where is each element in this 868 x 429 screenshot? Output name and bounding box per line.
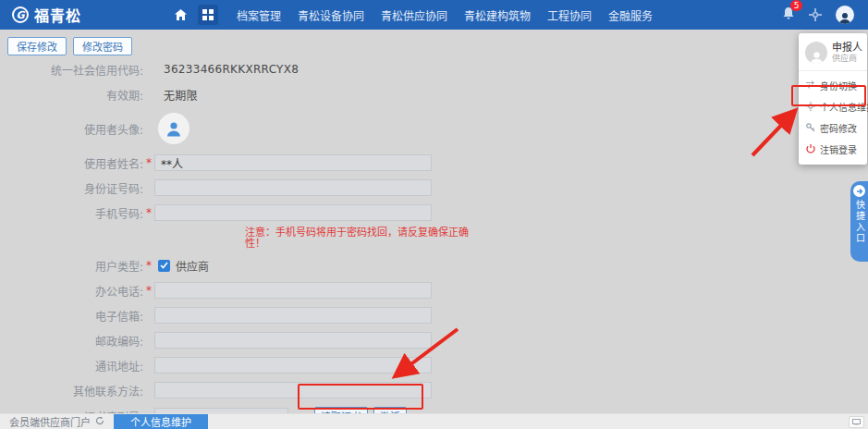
swap-icon xyxy=(806,80,815,91)
dropdown-user-name: 申报人 xyxy=(832,42,862,54)
personal-info-form: 统一社会信用代码: 36233466RKKXRRCYX8 有效期: 无期限 使用… xyxy=(0,57,481,429)
supplier-checkbox[interactable] xyxy=(158,260,170,272)
quick-entry-label: 快捷入口 xyxy=(853,200,866,244)
menu-item-personal-info[interactable]: 个人信息维护 xyxy=(799,96,867,117)
menu-item-label: 身份切换 xyxy=(820,79,857,92)
form-row-postcode: 邮政编码: xyxy=(0,332,481,349)
address-input[interactable] xyxy=(154,357,432,374)
dropdown-user-header: 申报人 供应商 xyxy=(799,40,867,70)
home-icon[interactable] xyxy=(170,5,190,25)
field-label: 身份证号码: xyxy=(0,180,143,196)
required-mark: * xyxy=(143,156,154,169)
required-mark: * xyxy=(143,206,154,219)
field-label: 通讯地址: xyxy=(0,358,143,374)
menu-item-change-password[interactable]: 密码修改 xyxy=(799,117,867,139)
menu-item-logout[interactable]: 注销登录 xyxy=(799,139,867,160)
field-label: 使用者姓名: xyxy=(0,155,143,171)
quick-entry-tab[interactable]: 快捷入口 xyxy=(850,181,868,262)
other-contact-input[interactable] xyxy=(154,382,432,398)
notification-badge: 5 xyxy=(790,0,802,11)
required-mark: * xyxy=(143,284,154,297)
nav-item-equipment[interactable]: 青松设备协同 xyxy=(298,7,364,23)
user-dropdown-menu: 申报人 供应商 身份切换 个人信息维护 密码修改 注销登录 xyxy=(799,33,867,165)
id-number-input[interactable] xyxy=(154,179,432,196)
power-icon xyxy=(806,144,815,155)
field-label: 手机号码: xyxy=(0,205,143,221)
nav-item-supply[interactable]: 青松供应协同 xyxy=(381,7,447,23)
form-row-mobile: 手机号码: * xyxy=(0,204,481,221)
menu-item-identity-switch[interactable]: 身份切换 xyxy=(799,75,867,96)
mobile-warning-note: 注意：手机号码将用于密码找回，请反复确保正确性！ xyxy=(0,227,481,250)
form-row-avatar: 使用者头像: xyxy=(0,111,481,146)
field-label: 用户类型: xyxy=(0,258,143,274)
gear-icon[interactable] xyxy=(809,8,822,21)
active-tab-personal-info[interactable]: 个人信息维护 xyxy=(114,414,208,429)
form-row-office-phone: 办公电话: * xyxy=(0,282,481,299)
app-logo[interactable]: G 福青松 xyxy=(0,4,81,26)
user-avatar-icon[interactable] xyxy=(836,6,854,24)
quick-entry-icon xyxy=(853,185,865,197)
form-row-other-contact: 其他联系方法: xyxy=(0,382,481,398)
form-row-address: 通讯地址: xyxy=(0,357,481,374)
apps-grid-icon[interactable] xyxy=(198,5,218,25)
logo-g-icon: G xyxy=(12,6,29,23)
nav-item-engineering[interactable]: 工程协同 xyxy=(547,7,592,23)
change-password-button[interactable]: 修改密码 xyxy=(73,37,132,55)
field-label: 电子信箱: xyxy=(0,308,143,324)
menu-item-label: 密码修改 xyxy=(820,121,857,135)
field-label: 其他联系方法: xyxy=(0,383,143,398)
supplier-checkbox-label: 供应商 xyxy=(176,258,209,274)
nav-item-archive[interactable]: 档案管理 xyxy=(237,7,281,23)
top-menu: 档案管理 青松设备协同 青松供应协同 青松建构筑物 工程协同 金融服务 xyxy=(237,7,653,23)
field-label: 邮政编码: xyxy=(0,333,143,349)
show-desktop-button[interactable] xyxy=(849,416,864,428)
form-row-email: 电子信箱: xyxy=(0,307,481,324)
dropdown-divider xyxy=(799,70,867,71)
dropdown-avatar-icon xyxy=(805,42,827,64)
user-maintain-icon xyxy=(806,102,815,113)
form-row-credit-code: 统一社会信用代码: 36233466RKKXRRCYX8 xyxy=(0,61,481,78)
field-label: 统一社会信用代码: xyxy=(0,62,143,78)
nav-item-finance[interactable]: 金融服务 xyxy=(608,7,653,23)
refresh-icon xyxy=(95,416,104,428)
key-icon xyxy=(806,123,815,134)
username-input[interactable] xyxy=(154,154,432,171)
office-phone-input[interactable] xyxy=(154,282,432,299)
menu-item-label: 个人信息维护 xyxy=(820,100,868,114)
portal-home-tab[interactable]: 会员端供应商门户 xyxy=(0,414,114,429)
field-label: 办公电话: xyxy=(0,283,143,299)
form-row-id-number: 身份证号码: xyxy=(0,179,481,196)
validity-value: 无期限 xyxy=(154,87,198,103)
postcode-input[interactable] xyxy=(154,332,432,349)
credit-code-value: 36233466RKKXRRCYX8 xyxy=(154,63,299,76)
field-label: 有效期: xyxy=(0,87,143,103)
mobile-input[interactable] xyxy=(154,204,432,221)
save-changes-button[interactable]: 保存修改 xyxy=(7,37,67,55)
email-input[interactable] xyxy=(154,307,432,324)
field-label: 使用者头像: xyxy=(0,121,143,137)
notification-bell-icon[interactable]: 5 xyxy=(782,6,795,23)
bottom-task-bar: 会员端供应商门户 个人信息维护 xyxy=(0,413,868,429)
user-photo-avatar[interactable] xyxy=(158,113,189,144)
menu-item-label: 注销登录 xyxy=(820,142,857,156)
form-row-username: 使用者姓名: * xyxy=(0,154,481,171)
required-mark: * xyxy=(143,259,154,272)
dropdown-user-role: 供应商 xyxy=(832,54,862,64)
form-row-user-type: 用户类型: * 供应商 xyxy=(0,257,481,274)
logo-text: 福青松 xyxy=(34,4,81,26)
portal-label: 会员端供应商门户 xyxy=(9,414,91,429)
top-navigation-bar: G 福青松 档案管理 青松设备协同 青松供应协同 青松建构筑物 工程协同 金融服… xyxy=(0,0,868,30)
form-row-validity: 有效期: 无期限 xyxy=(0,86,481,103)
nav-item-structures[interactable]: 青松建构筑物 xyxy=(464,7,531,23)
